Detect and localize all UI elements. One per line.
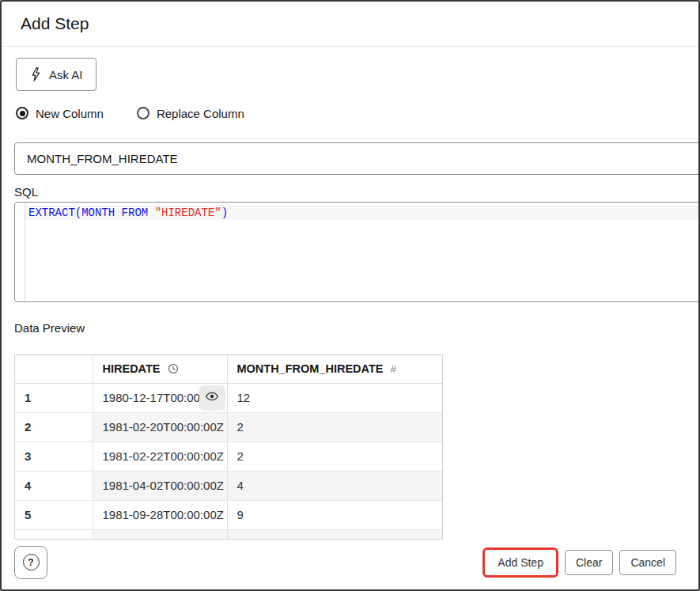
add-step-dialog: Add Step Ask AI New Column Replace Colum…	[0, 0, 700, 591]
column-name-input[interactable]	[14, 142, 700, 175]
dialog-content: Ask AI New Column Replace Column SQL EXT…	[2, 47, 698, 540]
view-cell-value-button[interactable]	[199, 385, 225, 411]
table-header-row: HIREDATE MONTH_FROM_HIREDATE	[15, 355, 442, 383]
table-row: 5 1981-09-28T00:00:00Z 9	[15, 500, 442, 529]
add-step-button[interactable]: Add Step	[485, 550, 556, 575]
hiredate-cell: 1981-02-20T00:00:00Z	[93, 412, 227, 441]
row-number-cell: 2	[15, 412, 93, 441]
ask-ai-button[interactable]: Ask AI	[16, 58, 96, 91]
month-cell: 12	[227, 383, 442, 412]
sql-keyword-token: )	[221, 206, 228, 219]
help-button[interactable]: ?	[14, 546, 47, 579]
row-number-cell: 1	[15, 383, 93, 412]
hiredate-cell	[93, 529, 227, 540]
dialog-footer: ? Add Step Clear Cancel	[2, 540, 698, 589]
row-number-cell	[15, 529, 93, 540]
month-cell	[227, 529, 442, 540]
lightning-bolt-icon	[29, 67, 41, 81]
cancel-button[interactable]: Cancel	[619, 550, 676, 575]
table-row-partial	[15, 529, 442, 540]
radio-new-column[interactable]: New Column	[16, 107, 104, 120]
ask-ai-label: Ask AI	[49, 68, 83, 81]
table-row: 1 1980-12-17T00:00:00Z	[15, 383, 442, 412]
month-column-header: MONTH_FROM_HIREDATE #	[227, 355, 442, 383]
new-column-label: New Column	[36, 107, 104, 120]
row-number-header	[15, 355, 93, 383]
sql-string-token: "HIREDATE"	[155, 206, 221, 219]
data-preview-table: HIREDATE MONTH_FROM_HIREDATE	[14, 354, 443, 540]
hiredate-cell: 1981-04-02T00:00:00Z	[93, 471, 227, 500]
month-cell: 4	[227, 471, 442, 500]
hash-icon: #	[391, 363, 397, 375]
hiredate-cell: 1980-12-17T00:00:00Z	[93, 383, 227, 412]
clock-icon	[168, 363, 179, 374]
sql-label: SQL	[14, 184, 698, 200]
radio-selected-icon	[16, 107, 28, 119]
dialog-header: Add Step	[2, 2, 698, 47]
eye-icon	[205, 390, 219, 405]
hiredate-cell: 1981-02-22T00:00:00Z	[93, 441, 227, 471]
question-mark-icon: ?	[23, 554, 40, 570]
radio-replace-column[interactable]: Replace Column	[137, 107, 244, 120]
row-number-cell: 5	[15, 500, 93, 529]
table-row: 4 1981-04-02T00:00:00Z 4	[15, 471, 442, 500]
data-preview-label: Data Preview	[14, 320, 698, 336]
replace-column-label: Replace Column	[157, 107, 244, 120]
month-cell: 2	[227, 441, 442, 471]
page-title: Add Step	[21, 14, 89, 33]
month-cell: 2	[227, 412, 442, 441]
red-highlight-annotation: Add Step	[482, 547, 558, 578]
footer-actions: Add Step Clear Cancel	[482, 547, 676, 578]
sql-code-editor[interactable]: EXTRACT(MONTH FROM "HIREDATE")	[14, 202, 700, 302]
clear-button[interactable]: Clear	[565, 550, 613, 575]
table-row: 3 1981-02-22T00:00:00Z 2	[15, 441, 442, 471]
sql-keyword-token: EXTRACT(MONTH FROM	[28, 206, 155, 219]
hiredate-column-header: HIREDATE	[93, 355, 227, 383]
column-mode-radio-group: New Column Replace Column	[16, 105, 698, 121]
hiredate-cell: 1981-09-28T00:00:00Z	[93, 500, 227, 529]
table-row: 2 1981-02-20T00:00:00Z 2	[15, 412, 442, 441]
sql-expression: EXTRACT(MONTH FROM "HIREDATE")	[15, 203, 700, 220]
radio-unselected-icon	[137, 107, 149, 119]
row-number-cell: 3	[15, 441, 93, 471]
row-number-cell: 4	[15, 471, 93, 500]
month-cell: 9	[227, 500, 442, 529]
